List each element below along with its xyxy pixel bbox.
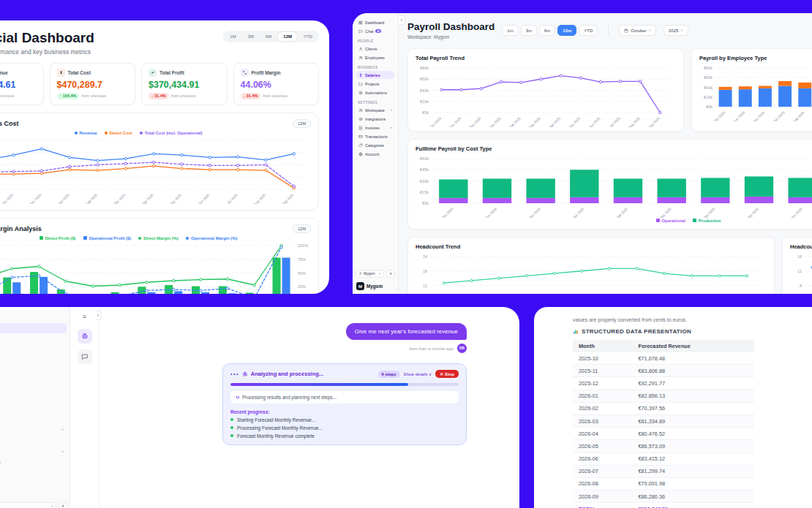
status-dot <box>230 426 233 429</box>
svg-text:Nov 2024: Nov 2024 <box>448 116 462 127</box>
sidebar-item-label: Clients <box>365 47 377 51</box>
add-workspace-button[interactable]: + <box>386 270 395 278</box>
sidebar-item-integrations[interactable]: Integrations <box>356 115 394 123</box>
sidebar-item-label: Salaries <box>365 73 380 77</box>
sidebar-item-integrations[interactable]: Integrations <box>0 435 67 445</box>
svg-text:May 2025: May 2025 <box>746 207 760 218</box>
legend-swatch <box>83 236 87 240</box>
sidebar-item-invoices[interactable]: Invoices∨ <box>0 446 67 456</box>
svg-text:€0k: €0k <box>706 105 713 109</box>
sidebar-item-dashboard[interactable]: Dashboard <box>356 18 394 26</box>
svg-text:Nov 2024: Nov 2024 <box>732 110 745 121</box>
cell-forecast: €81,334.89 <box>633 414 755 427</box>
table-row: 2026-05€86,573.09 <box>573 440 754 452</box>
status-text: Processing results and planning next ste… <box>242 395 337 400</box>
legend-swatch <box>656 219 660 222</box>
chevron-down-icon: ∨ <box>61 428 64 431</box>
sidebar-item-chat[interactable]: ChatAI <box>356 27 394 35</box>
range-button-6m[interactable]: 6M <box>260 32 277 41</box>
svg-text:Nov 2024: Nov 2024 <box>1 193 14 204</box>
svg-text:Oct 2024: Oct 2024 <box>429 116 443 127</box>
svg-text:100%: 100% <box>298 243 308 248</box>
sidebar-item-chat[interactable]: ChatAI <box>0 323 67 333</box>
sidebar-item-categories[interactable]: Categories <box>356 141 394 149</box>
year-select[interactable]: 2025 ∨ <box>663 25 688 36</box>
sidebar-item-workspace[interactable]: Workspace∨ <box>356 106 394 114</box>
svg-text:Jan 2025: Jan 2025 <box>489 116 502 127</box>
person-icon <box>358 47 363 51</box>
sidebar-item-dashboard[interactable]: Dashboard <box>0 312 67 322</box>
kpi-label: Profit Margin <box>252 70 281 75</box>
sidebar-item-transactions[interactable]: Transactions <box>0 457 67 467</box>
cell-month: 2026-04 <box>573 428 633 440</box>
range-button-1m[interactable]: 1M <box>225 32 241 41</box>
sidebar-item-automations[interactable]: Automations <box>0 401 67 412</box>
workspace-switcher[interactable]: Mygom∨ <box>0 502 56 508</box>
svg-text:16: 16 <box>797 254 802 259</box>
show-details-toggle[interactable]: Show details ∨ <box>404 372 432 376</box>
range-button-ytd[interactable]: YTD <box>579 25 598 36</box>
svg-text:€45k: €45k <box>420 167 429 172</box>
collapse-sidebar-button[interactable]: ‹ <box>95 311 102 320</box>
sidebar-item-label: Categories <box>365 143 384 148</box>
sidebar-item-employees[interactable]: Employees <box>356 53 394 61</box>
revenue-vs-cost-chart: Oct 2024Nov 2024Dec 2024Jan 2025Feb 2025… <box>0 137 311 204</box>
chart-range-badge[interactable]: 12M <box>293 224 311 233</box>
sidebar-item-account[interactable]: Account <box>356 150 394 158</box>
legend-item-total-cost-incl-operational-: Total Cost (incl. Operational) <box>140 131 203 135</box>
sidebar-item-label: Projects <box>365 82 379 86</box>
sidebar-item-employees[interactable]: Employees <box>0 357 67 367</box>
kpi-card-total-revenue: Total Revenue$840,724.61↑ 156.4%from pre… <box>0 63 44 105</box>
forecast-table: MonthForecasted Revenue 2025-10€71,078.4… <box>573 340 754 508</box>
sidebar-item-categories[interactable]: Categories <box>0 468 67 478</box>
svg-text:€60k: €60k <box>420 77 429 81</box>
svg-text:Jan 2025: Jan 2025 <box>572 207 585 218</box>
user-message-bubble: Give me next year's forecasted revenue <box>346 323 467 340</box>
payroll-by-type-chart: €0k€20k€40k€60k€80kOct 2024Nov 2024Dec 2… <box>699 64 812 121</box>
range-button-12m[interactable]: 12m <box>557 25 576 36</box>
add-workspace-button[interactable]: + <box>59 502 67 508</box>
range-button-6m[interactable]: 6m <box>539 25 555 36</box>
legend-item-operational: Operational <box>656 219 685 223</box>
range-button-1m[interactable]: 1m <box>502 25 518 36</box>
sidebar-item-label: Integrations <box>365 117 386 121</box>
sidebar-item-transactions[interactable]: Transactions <box>356 132 394 140</box>
chart-range-badge[interactable]: 12M <box>293 119 311 128</box>
svg-text:Mar 2025: Mar 2025 <box>528 116 541 127</box>
svg-text:€30k: €30k <box>420 178 429 183</box>
collapse-sidebar-button[interactable]: ‹ <box>399 15 405 25</box>
sidebar-item-clients[interactable]: Clients <box>0 346 67 356</box>
month-select[interactable]: October ∨ <box>619 25 656 36</box>
kpi-note: from previous <box>263 94 287 98</box>
sidebar-item-projects[interactable]: Projects <box>356 80 394 88</box>
range-button-3m[interactable]: 3M <box>243 32 259 41</box>
ai-assistant-button[interactable] <box>78 329 92 344</box>
cell-month: 2026-06 <box>573 452 633 465</box>
progress-bar <box>230 383 459 386</box>
stop-button[interactable]: ✕ Stop <box>435 370 459 378</box>
sidebar-item-projects[interactable]: Projects <box>0 390 67 401</box>
range-button-ytd[interactable]: YTD <box>298 32 317 41</box>
table-header-row: MonthForecasted Revenue <box>573 340 754 352</box>
brand-logo: M <box>356 282 364 290</box>
folder-icon <box>358 82 363 86</box>
page-subtitle: Financial performance and key business m… <box>0 48 94 56</box>
range-button-3m[interactable]: 3m <box>521 25 537 36</box>
menu-icon[interactable]: ≡ <box>83 313 86 320</box>
sidebar-item-workspace[interactable]: Workspace∨ <box>0 424 67 434</box>
svg-text:€0k: €0k <box>422 201 429 205</box>
sidebar-item-invoices[interactable]: Invoices∨ <box>356 124 394 132</box>
sidebar-item-automations[interactable]: Automations <box>356 88 394 96</box>
chat-history-button[interactable] <box>78 349 92 364</box>
sidebar-item-salaries[interactable]: Salaries <box>356 71 394 79</box>
chat-icon <box>358 29 363 34</box>
svg-text:€80k: €80k <box>420 66 429 70</box>
workspace-switcher[interactable]: Mygom∨ <box>356 270 384 278</box>
sidebar-item-label: Account <box>365 152 379 156</box>
sidebar-item-clients[interactable]: Clients <box>356 45 394 53</box>
range-button-12m[interactable]: 12M <box>278 32 297 41</box>
people-icon <box>358 108 363 113</box>
total-profit-icon <box>149 69 157 77</box>
sidebar-item-salaries[interactable]: Salaries <box>0 379 67 390</box>
sidebar-item-account[interactable]: Account <box>0 479 67 489</box>
